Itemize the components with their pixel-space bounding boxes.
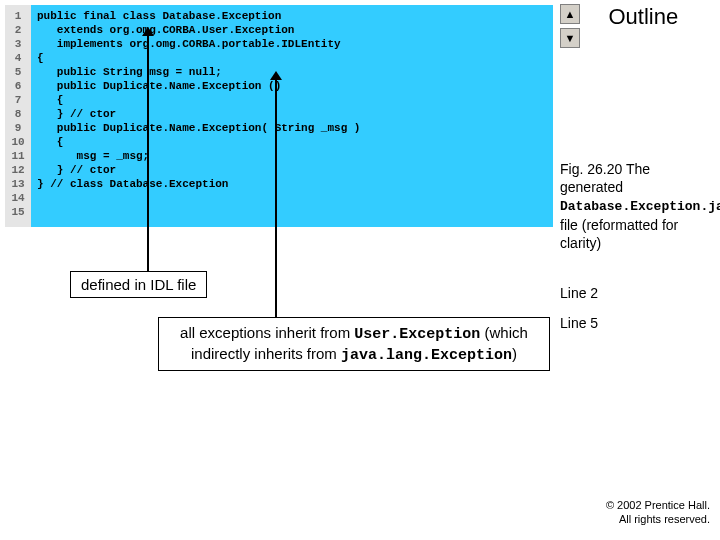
code-line: } // ctor (37, 107, 547, 121)
callout-mono: User.Exception (354, 326, 480, 343)
code-line: } // class Database.Exception (37, 177, 547, 191)
caption-pre: Fig. 26.20 The generated (560, 161, 650, 195)
arrow-up-head-icon (270, 71, 282, 80)
caption-filename: Database.Exception.java (560, 199, 720, 214)
code-line: extends org.omg.CORBA.User.Exception (37, 23, 547, 37)
code-line: public String msg = null; (37, 65, 547, 79)
code-line: public Duplicate.Name.Exception( String … (37, 121, 547, 135)
line-number: 2 (5, 23, 31, 37)
line-number: 13 (5, 177, 31, 191)
callout-mono: java.lang.Exception (341, 347, 512, 364)
line-number: 15 (5, 205, 31, 219)
line-number: 8 (5, 107, 31, 121)
arrow-down-icon: ▼ (565, 33, 576, 44)
figure-caption: Fig. 26.20 The generated Database.Except… (560, 160, 716, 252)
code-panel: 1 2 3 4 5 6 7 8 9 10 11 12 13 14 15 publ… (5, 5, 553, 227)
next-slide-button[interactable]: ▼ (560, 28, 580, 48)
line-number: 5 (5, 65, 31, 79)
arrow-up-icon: ▲ (565, 9, 576, 20)
line-number-gutter: 1 2 3 4 5 6 7 8 9 10 11 12 13 14 15 (5, 5, 31, 227)
outline-title: Outline (608, 4, 678, 30)
callout-text: all exceptions inherit from (180, 324, 354, 341)
line-ref-2: Line 2 (560, 285, 598, 301)
callout-text: ) (512, 345, 517, 362)
nav-arrows: ▲ ▼ (560, 4, 580, 52)
line-number: 4 (5, 51, 31, 65)
line-number: 6 (5, 79, 31, 93)
code-line: } // ctor (37, 163, 547, 177)
arrow-up-head-icon (142, 27, 154, 36)
arrow-line (147, 33, 149, 271)
copyright-line: © 2002 Prentice Hall. (606, 498, 710, 512)
code-line: { (37, 93, 547, 107)
line-number: 14 (5, 191, 31, 205)
code-line: public Duplicate.Name.Exception () (37, 79, 547, 93)
copyright-line: All rights reserved. (606, 512, 710, 526)
code-body: public final class Database.Exception ex… (31, 5, 553, 227)
code-line: { (37, 135, 547, 149)
line-number: 1 (5, 9, 31, 23)
line-number: 10 (5, 135, 31, 149)
line-number: 12 (5, 163, 31, 177)
code-line: { (37, 51, 547, 65)
copyright: © 2002 Prentice Hall. All rights reserve… (606, 498, 710, 526)
caption-post: file (reformatted for clarity) (560, 217, 678, 251)
prev-slide-button[interactable]: ▲ (560, 4, 580, 24)
code-line: msg = _msg; (37, 149, 547, 163)
line-number: 9 (5, 121, 31, 135)
arrow-line (275, 77, 277, 317)
line-ref-5: Line 5 (560, 315, 598, 331)
line-number: 3 (5, 37, 31, 51)
code-line: implements org.omg.CORBA.portable.IDLEnt… (37, 37, 547, 51)
code-line: public final class Database.Exception (37, 9, 547, 23)
callout-idl: defined in IDL file (70, 271, 207, 298)
line-number: 7 (5, 93, 31, 107)
callout-inherit: all exceptions inherit from User.Excepti… (158, 317, 550, 371)
line-number: 11 (5, 149, 31, 163)
outline-panel: ▲ ▼ Outline (560, 4, 714, 52)
